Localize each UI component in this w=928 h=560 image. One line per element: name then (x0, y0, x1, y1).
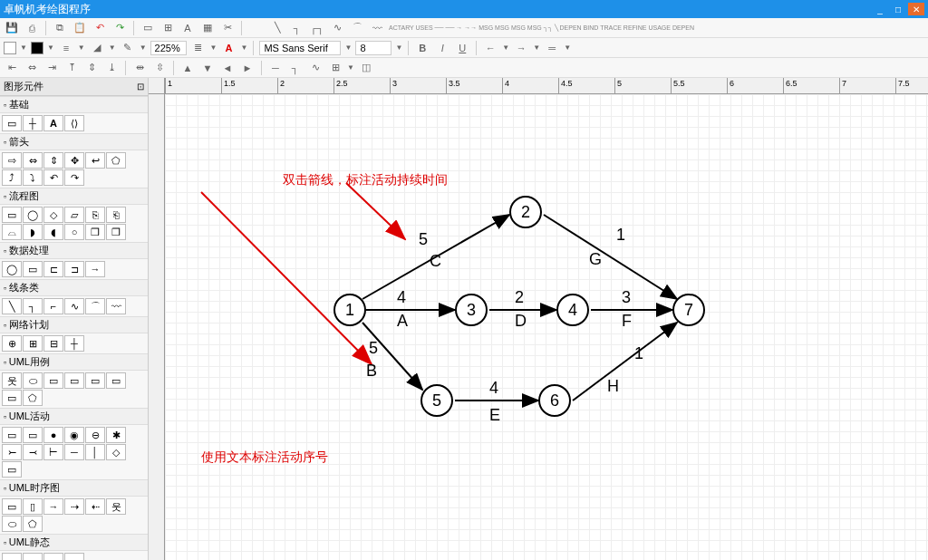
shape-dp5[interactable]: → (85, 261, 105, 277)
shape-act5[interactable]: ⊖ (85, 427, 105, 443)
shape-arrow-curve2[interactable]: ↷ (64, 169, 84, 186)
edge-b-duration[interactable]: 5 (369, 339, 378, 358)
shape-st3[interactable]: ▭ (44, 553, 63, 560)
shape-net3[interactable]: ⊟ (44, 335, 63, 352)
group-uml-static[interactable]: UML静态 (0, 534, 148, 551)
grid-icon[interactable]: ⊞ (327, 60, 343, 76)
line-tool-icon[interactable]: ╲ (269, 20, 285, 36)
shape-stored[interactable]: ◖ (44, 224, 63, 240)
curve-icon[interactable]: 〰 (369, 20, 385, 36)
shape-act1[interactable]: ▭ (2, 427, 22, 443)
node-4[interactable]: 4 (556, 294, 589, 326)
polyline-icon[interactable]: ┐ (289, 20, 305, 36)
arrow-end-icon[interactable]: → (513, 40, 529, 56)
shape-arrow-ud[interactable]: ⇕ (44, 152, 63, 169)
pen-icon[interactable]: ✎ (120, 40, 136, 56)
shadow-icon[interactable]: ◢ (89, 40, 105, 56)
shape-cube2[interactable]: ❐ (106, 224, 126, 240)
shape-seq8[interactable]: ⬠ (23, 516, 43, 532)
shape-dp3[interactable]: ⊏ (44, 261, 63, 277)
undo-icon[interactable]: ↶ (92, 20, 108, 36)
shape-dp2[interactable]: ▭ (23, 261, 43, 277)
shape-uc7[interactable]: ▭ (2, 390, 22, 406)
edge-h-activity[interactable]: H (607, 377, 619, 396)
shape-seq5[interactable]: ⇠ (85, 498, 105, 515)
save-icon[interactable]: 💾 (4, 20, 20, 36)
shape-actor[interactable]: 웃 (2, 372, 22, 389)
shape-seq3[interactable]: → (44, 498, 63, 515)
canvas[interactable]: 1 2 3 4 5 6 7 5 C 4 A 5 B 1 G 2 D 3 F 4 … (165, 94, 928, 560)
shape-act4[interactable]: ◉ (64, 427, 84, 443)
node-1[interactable]: 1 (334, 294, 366, 326)
shape-data[interactable]: ▱ (64, 207, 84, 223)
edge-f-activity[interactable]: F (622, 312, 632, 331)
align-icon[interactable]: ≣ (190, 40, 207, 56)
node-3[interactable]: 3 (455, 294, 488, 326)
shape-arrow-u[interactable]: ↩ (85, 152, 105, 169)
shape-l5[interactable]: ⌒ (85, 298, 105, 314)
fill-color-icon[interactable] (4, 42, 16, 54)
connector-curve-icon[interactable]: ∿ (307, 60, 324, 76)
shape-uc6[interactable]: ▭ (106, 372, 126, 389)
shape-act10[interactable]: ─ (64, 444, 84, 460)
shape-rect[interactable]: ▭ (2, 115, 22, 131)
shape-uc5[interactable]: ▭ (85, 372, 105, 389)
edge-g-duration[interactable]: 1 (616, 226, 625, 245)
align-bottom-icon[interactable]: ⤓ (103, 60, 120, 76)
shape-arrow-4[interactable]: ✥ (64, 152, 84, 169)
shape-arrow-curve[interactable]: ↶ (44, 169, 63, 186)
shape-seq1[interactable]: ▭ (2, 498, 22, 515)
connector-straight-icon[interactable]: ─ (267, 60, 284, 76)
shape-act7[interactable]: ⤚ (2, 444, 22, 460)
snap-icon[interactable]: ◫ (358, 60, 374, 76)
group-icon[interactable]: ⊞ (160, 20, 176, 36)
shape-act6[interactable]: ✱ (106, 427, 126, 443)
group-lines[interactable]: 线条类 (0, 279, 148, 296)
shape-cube[interactable]: ❒ (85, 224, 105, 240)
edge-e-duration[interactable]: 4 (489, 379, 498, 398)
crop-icon[interactable]: ✂ (219, 20, 236, 36)
shape-cross[interactable]: ┼ (23, 115, 43, 131)
align-left-icon[interactable]: ⇤ (4, 60, 20, 76)
nudge-left-icon[interactable]: ◄ (219, 60, 236, 76)
image-tool-icon[interactable]: ▦ (199, 20, 216, 36)
shape-act12[interactable]: ◇ (106, 444, 126, 460)
edge-a-activity[interactable]: A (397, 312, 408, 331)
shape-decision[interactable]: ◇ (44, 207, 63, 223)
align-top-icon[interactable]: ⤒ (63, 60, 80, 76)
group-uml-seq[interactable]: UML时序图 (0, 479, 148, 497)
shape-seq2[interactable]: ▯ (23, 498, 43, 515)
line-style-icon[interactable]: ≡ (58, 40, 74, 56)
line-color-icon[interactable] (31, 42, 44, 54)
redo-icon[interactable]: ↷ (111, 20, 128, 36)
edge-f-duration[interactable]: 3 (622, 288, 631, 307)
send-back-icon[interactable]: ▼ (199, 60, 216, 76)
shape-terminator[interactable]: ◯ (23, 207, 43, 223)
shape-act8[interactable]: ⤙ (23, 444, 43, 460)
edge-e-activity[interactable]: E (489, 406, 500, 425)
shape-uc3[interactable]: ▭ (44, 372, 63, 389)
group-basic[interactable]: 基础 (0, 96, 148, 113)
shape-process[interactable]: ▭ (2, 207, 22, 223)
group-network[interactable]: 网络计划 (0, 316, 148, 333)
text-tool-icon[interactable]: A (179, 20, 196, 36)
rect-tool-icon[interactable]: ▭ (140, 20, 156, 36)
pin-icon[interactable]: ⊡ (137, 82, 144, 92)
shape-display[interactable]: ◗ (23, 224, 43, 240)
shape-dp4[interactable]: ⊐ (64, 261, 84, 277)
font-family-input[interactable] (259, 41, 341, 55)
align-center-icon[interactable]: ⇔ (24, 60, 40, 76)
edge-h-duration[interactable]: 1 (634, 344, 643, 363)
shape-usecase[interactable]: ⬭ (23, 372, 43, 389)
shape-l6[interactable]: 〰 (106, 298, 126, 314)
edge-d-duration[interactable]: 2 (515, 288, 524, 307)
align-right-icon[interactable]: ⇥ (44, 60, 60, 76)
text-color-icon[interactable]: A (221, 40, 237, 56)
shape-st4[interactable]: ▭ (64, 553, 84, 560)
shape-seq4[interactable]: ⇢ (64, 498, 84, 515)
edge-a-duration[interactable]: 4 (397, 288, 406, 307)
shape-act11[interactable]: │ (85, 444, 105, 460)
shape-st1[interactable]: ▭ (2, 553, 22, 560)
arrow-start-icon[interactable]: ← (482, 40, 498, 56)
shape-act3[interactable]: ● (44, 427, 63, 443)
